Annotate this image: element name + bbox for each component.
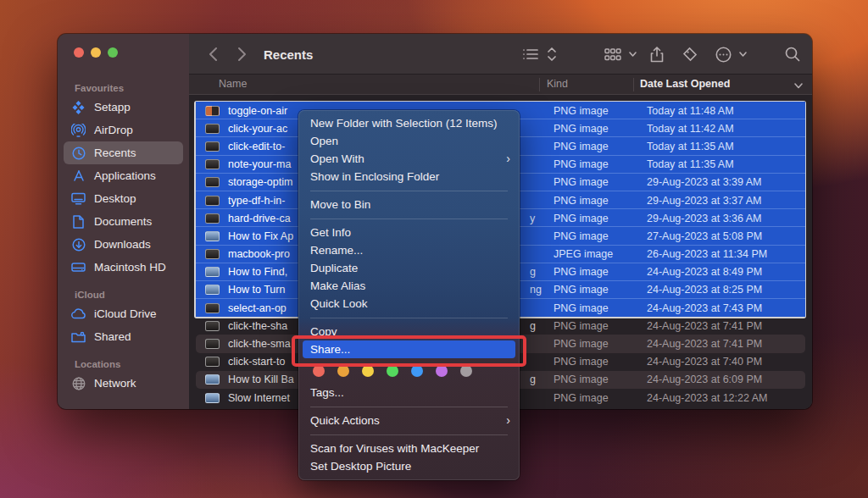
menu-item-set-desktop-picture[interactable]: Set Desktop Picture (298, 457, 520, 475)
file-name-overflow: y (530, 213, 535, 224)
menu-item-get-info[interactable]: Get Info (298, 224, 520, 241)
documents-icon (70, 214, 86, 229)
menu-item-quick-look[interactable]: Quick Look (298, 295, 520, 313)
menu-item-tags[interactable]: Tags... (298, 384, 520, 401)
file-date-last-opened: Today at 11:48 AM (647, 105, 734, 117)
sidebar-item-downloads[interactable]: Downloads (64, 233, 183, 256)
file-kind: PNG image (554, 320, 609, 332)
sidebar-item-label: Documents (94, 215, 152, 228)
sidebar-item-icloud-drive[interactable]: iCloud Drive (64, 302, 183, 325)
sidebar-item-macintosh-hd[interactable]: Macintosh HD (64, 256, 183, 279)
file-date-last-opened: 24-Aug-2023 at 8:49 PM (647, 266, 762, 278)
menu-item-open-with[interactable]: Open With› (298, 150, 520, 168)
sidebar-item-setapp[interactable]: Setapp (64, 96, 183, 119)
file-thumbnail-icon (196, 141, 228, 152)
sidebar-item-applications[interactable]: Applications (64, 164, 183, 187)
menu-item-open[interactable]: Open (298, 132, 520, 150)
menu-separator (298, 185, 520, 196)
menu-item-share[interactable]: Share... (303, 340, 515, 358)
sidebar: FavouritesSetappAirDropRecentsApplicatio… (58, 34, 189, 409)
column-header-name[interactable]: Name (219, 78, 247, 90)
setapp-icon (70, 100, 86, 114)
minimize-button[interactable] (91, 47, 101, 58)
tag-color-purple[interactable] (436, 365, 448, 377)
file-thumbnail-icon (196, 285, 228, 295)
sidebar-section-favourites: FavouritesSetappAirDropRecentsApplicatio… (58, 83, 189, 279)
file-date-last-opened: Today at 11:35 AM (647, 158, 734, 170)
window-controls (58, 47, 189, 58)
file-thumbnail-icon (196, 267, 228, 277)
search-icon[interactable] (782, 34, 803, 75)
file-date-last-opened: 29-Aug-2023 at 3:39 AM (647, 176, 762, 188)
menu-item-move-to-bin[interactable]: Move to Bin (298, 196, 520, 213)
tag-color-green[interactable] (387, 365, 398, 377)
context-menu: New Folder with Selection (12 Items)Open… (298, 110, 520, 480)
desktop-icon (70, 191, 86, 206)
chevron-down-icon[interactable] (737, 34, 748, 75)
sidebar-section-label: Favourites (75, 83, 189, 93)
file-date-last-opened: Today at 11:42 AM (647, 123, 734, 135)
file-thumbnail-icon (196, 393, 228, 403)
file-kind: JPEG image (554, 248, 613, 260)
menu-item-scan-for-viruses-with-mackeeper[interactable]: Scan for Viruses with MacKeeper (298, 440, 520, 457)
share-icon[interactable] (647, 34, 667, 75)
desktop-wallpaper: FavouritesSetappAirDropRecentsApplicatio… (0, 0, 868, 498)
menu-item-quick-actions[interactable]: Quick Actions› (298, 412, 520, 429)
back-chevron-icon[interactable] (203, 34, 223, 75)
file-thumbnail-icon (196, 159, 228, 169)
file-kind: PNG image (554, 213, 609, 224)
file-thumbnail-icon (196, 339, 228, 349)
file-date-last-opened: 27-Aug-2023 at 5:08 PM (647, 230, 762, 242)
file-kind: PNG image (554, 266, 609, 278)
sidebar-item-desktop[interactable]: Desktop (64, 187, 183, 210)
file-thumbnail-icon (196, 106, 228, 116)
column-header-date-last-opened[interactable]: Date Last Opened (640, 78, 730, 90)
tag-color-grey[interactable] (460, 365, 472, 377)
sidebar-item-label: Desktop (94, 192, 136, 205)
sort-chevrons-icon[interactable] (545, 34, 559, 75)
menu-item-show-in-enclosing-folder[interactable]: Show in Enclosing Folder (298, 168, 520, 185)
file-date-last-opened: 24-Aug-2023 at 8:25 PM (647, 284, 762, 296)
tag-icon[interactable] (680, 34, 700, 75)
menu-separator (298, 401, 520, 412)
menu-item-copy[interactable]: Copy (298, 323, 520, 340)
menu-item-duplicate[interactable]: Duplicate (298, 259, 520, 277)
more-options-icon[interactable] (713, 34, 733, 75)
file-kind: PNG image (554, 123, 609, 135)
sidebar-section-label: iCloud (75, 290, 189, 300)
file-kind: PNG image (554, 105, 609, 117)
tag-color-orange[interactable] (337, 365, 349, 377)
sidebar-item-recents[interactable]: Recents (64, 141, 183, 164)
sidebar-item-network[interactable]: Network (64, 372, 183, 395)
chevron-down-icon[interactable] (794, 80, 803, 91)
file-date-last-opened: 24-Aug-2023 at 7:40 PM (647, 356, 762, 368)
harddrive-icon (70, 260, 86, 274)
tag-color-red[interactable] (313, 365, 325, 377)
chevron-down-icon[interactable] (626, 34, 638, 75)
sidebar-item-label: Network (94, 377, 136, 390)
column-header-kind[interactable]: Kind (547, 78, 568, 90)
tag-color-blue[interactable] (411, 365, 423, 377)
sidebar-item-documents[interactable]: Documents (64, 210, 183, 233)
menu-separator (298, 429, 520, 440)
close-button[interactable] (74, 47, 84, 58)
group-view-icon[interactable] (603, 34, 623, 75)
file-thumbnail-icon (196, 213, 228, 224)
sidebar-section-locations: LocationsNetwork (58, 359, 189, 395)
forward-chevron-icon[interactable] (231, 34, 252, 75)
file-date-last-opened: 24-Aug-2023 at 12:22 AM (647, 392, 767, 404)
file-thumbnail-icon (196, 124, 228, 134)
menu-item-rename[interactable]: Rename... (298, 241, 520, 259)
clock-icon (70, 146, 86, 160)
menu-separator (298, 213, 520, 224)
list-view-icon[interactable] (521, 34, 540, 75)
zoom-button[interactable] (108, 47, 118, 58)
file-thumbnail-icon (196, 177, 228, 187)
sidebar-item-shared[interactable]: Shared (64, 325, 183, 348)
menu-item-make-alias[interactable]: Make Alias (298, 277, 520, 295)
airdrop-icon (70, 123, 86, 137)
sidebar-item-airdrop[interactable]: AirDrop (64, 119, 183, 141)
menu-item-new-folder-with-selection-12-items[interactable]: New Folder with Selection (12 Items) (298, 114, 520, 132)
tag-color-yellow[interactable] (362, 365, 374, 377)
sidebar-item-label: Shared (94, 330, 131, 343)
